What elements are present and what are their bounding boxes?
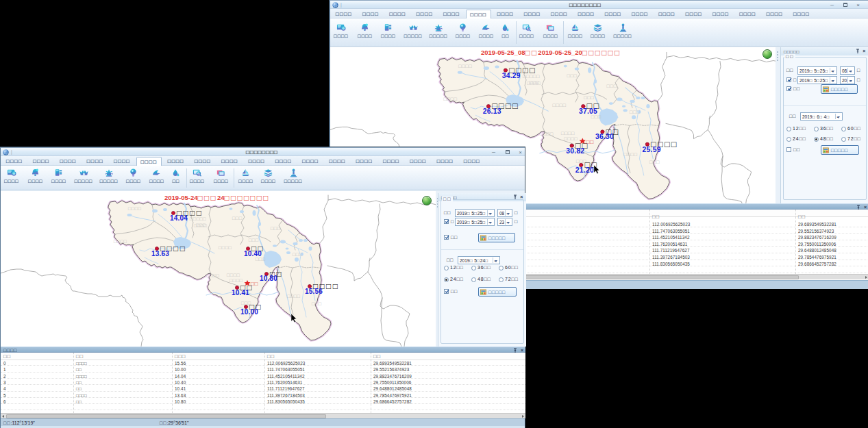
svg-text:10.80: 10.80 <box>260 275 277 282</box>
svg-text:37.05: 37.05 <box>579 108 597 115</box>
svg-text:36.30: 36.30 <box>595 133 614 140</box>
svg-text:15.56: 15.56 <box>305 288 323 295</box>
svg-text:30.82: 30.82 <box>566 147 584 155</box>
svg-text:10.40: 10.40 <box>244 250 262 257</box>
svg-text:14.04: 14.04 <box>170 214 188 222</box>
svg-text:10.00: 10.00 <box>240 308 258 316</box>
svg-text:25.59: 25.59 <box>643 146 661 153</box>
svg-text:26.13: 26.13 <box>483 108 501 115</box>
svg-text:13.63: 13.63 <box>151 250 169 257</box>
svg-text:10.41: 10.41 <box>232 289 249 297</box>
svg-text:34.29: 34.29 <box>502 72 521 79</box>
svg-text:21.20: 21.20 <box>575 166 594 174</box>
